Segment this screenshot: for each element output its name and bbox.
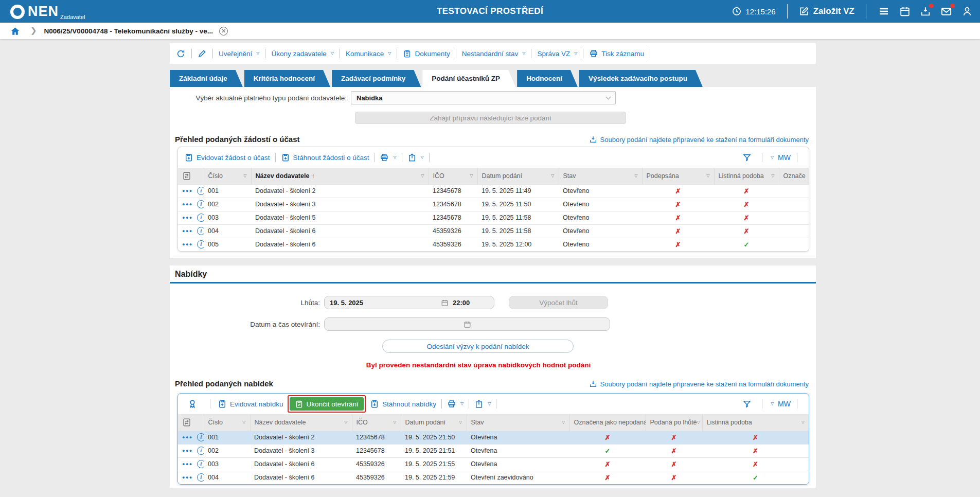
col-header[interactable]: Označe: [783, 172, 806, 180]
table-row[interactable]: ●●●i 005 Dodavatel - školení 6 45359326 …: [178, 238, 809, 251]
col-header[interactable]: Stav: [471, 419, 484, 426]
calendar-icon[interactable]: [441, 299, 449, 307]
nen-logo[interactable]: NEN Zadavatel: [7, 3, 85, 20]
ukoncit-otevirani-button[interactable]: Ukončit otevírání: [290, 397, 364, 411]
info-icon[interactable]: i: [197, 200, 204, 208]
deadline-date-value[interactable]: 19. 5. 2025: [330, 299, 441, 307]
mw-control[interactable]: MW: [778, 153, 791, 162]
deadline-time-value[interactable]: 22:00: [453, 299, 489, 307]
send-invite-button[interactable]: Odeslání výzvy k podání nabídek: [382, 340, 574, 353]
row-menu-button[interactable]: ●●●: [182, 242, 193, 247]
row-menu-button[interactable]: ●●●: [182, 202, 193, 207]
filter-caret-icon[interactable]: ▽: [393, 420, 396, 424]
table-row[interactable]: ●●●i 004 Dodavatel - školení 6 45359326 …: [178, 471, 809, 484]
tab-kriteria-hodnoceni[interactable]: Kritéria hodnocení: [244, 70, 330, 87]
opening-datetime-field[interactable]: [324, 317, 610, 331]
info-icon[interactable]: i: [197, 447, 204, 455]
col-header[interactable]: Číslo: [208, 419, 223, 426]
evidovat-zadost-button[interactable]: Evidovat žádost o účast: [184, 153, 270, 162]
col-header-sorted[interactable]: Název dodavatele: [256, 172, 310, 180]
col-header[interactable]: Číslo: [208, 172, 223, 180]
info-icon[interactable]: i: [197, 460, 204, 468]
filter-caret-icon[interactable]: ▽: [243, 173, 246, 178]
print-button[interactable]: ▽: [380, 153, 396, 162]
filter-caret-icon[interactable]: ▽: [562, 420, 565, 424]
table-row-selected[interactable]: ●●●i 001 Dodavatel - školení 2 12345678 …: [178, 431, 809, 444]
row-menu-button[interactable]: ●●●: [182, 461, 193, 467]
col-header[interactable]: Stav: [563, 172, 576, 180]
col-header[interactable]: IČO: [357, 419, 368, 426]
messages-button[interactable]: [940, 6, 952, 17]
filter-caret-icon[interactable]: ▽: [459, 420, 462, 424]
filter-caret-icon[interactable]: ▽: [344, 420, 347, 424]
filter-caret-icon[interactable]: ▽: [470, 173, 473, 178]
menu-uverejneni[interactable]: Uveřejnění ▽: [219, 50, 259, 58]
table-row[interactable]: ●●●i 001 Dodavatel - školení 2 12345678 …: [178, 184, 809, 198]
user-profile-button[interactable]: [961, 6, 973, 17]
calendar-button[interactable]: [899, 6, 911, 17]
filter-funnel-icon[interactable]: [742, 153, 752, 162]
col-header[interactable]: Datum podání: [405, 419, 446, 426]
mw-control[interactable]: MW: [778, 400, 791, 408]
info-icon[interactable]: i: [197, 187, 204, 195]
deadline-field[interactable]: 19. 5. 2025 22:00: [324, 296, 494, 309]
main-menu-button[interactable]: [878, 5, 890, 17]
table-row[interactable]: ●●●i 002 Dodavatel - školení 3 12345678 …: [178, 444, 809, 457]
table-row[interactable]: ●●●i 002 Dodavatel - školení 3 12345678 …: [178, 198, 809, 211]
menu-ukony-zadavatele[interactable]: Úkony zadavatele ▽: [271, 50, 333, 58]
tab-hodnoceni[interactable]: Hodnocení: [517, 70, 578, 87]
downloads-button[interactable]: [920, 6, 931, 17]
filter-caret-icon[interactable]: ▽: [242, 420, 245, 424]
evidovat-nabidku-button[interactable]: Evidovat nabídku: [218, 399, 283, 409]
info-icon[interactable]: i: [197, 433, 204, 441]
menu-dokumenty[interactable]: Dokumenty: [403, 49, 450, 58]
col-header[interactable]: Listinná podoba: [719, 172, 764, 180]
filter-caret-icon[interactable]: ▽: [634, 173, 637, 178]
print-button[interactable]: ▽: [447, 399, 464, 409]
table-row[interactable]: ●●●i 003 Dodavatel - školení 5 12345678 …: [178, 211, 809, 224]
table-row[interactable]: ●●●i 003 Dodavatel - školení 6 45359326 …: [178, 457, 809, 471]
table-row[interactable]: ●●●i 004 Dodavatel - školení 6 45359326 …: [178, 224, 809, 238]
row-menu-button[interactable]: ●●●: [182, 228, 193, 234]
tab-podani-ucastniku-zp[interactable]: Podání účastníků ZP: [422, 70, 515, 87]
breadcrumb-item[interactable]: N006/25/V00004748 - Telekomunikační služ…: [44, 27, 213, 35]
filter-caret-icon[interactable]: ▽: [551, 173, 554, 178]
row-menu-button[interactable]: ●●●: [182, 188, 193, 193]
tab-zakladni-udaje[interactable]: Základní údaje: [170, 70, 243, 87]
col-header[interactable]: Označena jako nepodaná: [574, 419, 646, 426]
calendar-icon[interactable]: [464, 321, 471, 328]
filter-caret-icon[interactable]: ▽: [771, 173, 774, 178]
row-menu-button[interactable]: ●●●: [182, 435, 193, 440]
menu-tisk-zaznamu[interactable]: Tisk záznamu: [589, 49, 644, 58]
export-button[interactable]: ▽: [407, 153, 424, 162]
col-header[interactable]: Podaná po lhůtě: [650, 419, 697, 426]
submission-type-select[interactable]: Nabídka: [351, 91, 616, 104]
row-menu-button[interactable]: ●●●: [182, 448, 193, 453]
col-header[interactable]: IČO: [433, 172, 444, 180]
row-menu-button[interactable]: ●●●: [182, 215, 193, 220]
refresh-button[interactable]: [176, 49, 186, 59]
caret-down-icon[interactable]: ▽: [771, 155, 774, 159]
col-header[interactable]: Datum podání: [482, 172, 523, 180]
medal-icon[interactable]: [187, 399, 198, 409]
col-header[interactable]: Podepsána: [647, 172, 679, 180]
menu-komunikace[interactable]: Komunikace ▽: [346, 50, 391, 58]
caret-down-icon[interactable]: ▽: [771, 402, 774, 406]
offers-files-link[interactable]: Soubory podání najdete připravené ke sta…: [589, 380, 809, 388]
stahnout-zadosti-button[interactable]: Stáhnout žádosti o účast: [281, 153, 369, 162]
row-menu-button[interactable]: ●●●: [182, 475, 193, 480]
menu-sprava-vz[interactable]: Správa VZ ▽: [537, 50, 577, 58]
info-icon[interactable]: i: [197, 227, 204, 235]
tab-zadavaci-podminky[interactable]: Zadávací podmínky: [332, 70, 421, 87]
home-button[interactable]: [10, 26, 20, 36]
menu-nestandardni-stav[interactable]: Nestandardní stav ▽: [462, 50, 526, 58]
info-icon[interactable]: i: [197, 214, 204, 222]
export-button[interactable]: ▽: [474, 399, 491, 409]
requests-files-link[interactable]: Soubory podání najdete připravené ke sta…: [589, 135, 809, 144]
filter-caret-icon[interactable]: ▽: [801, 420, 805, 424]
calc-deadlines-button[interactable]: Výpočet lhůt: [509, 296, 608, 309]
create-vz-button[interactable]: Založit VZ: [799, 6, 854, 16]
info-icon[interactable]: i: [197, 473, 204, 482]
col-header[interactable]: Listinná podoba: [707, 419, 752, 426]
stahnout-nabidky-button[interactable]: Stáhnout nabídky: [370, 399, 436, 409]
